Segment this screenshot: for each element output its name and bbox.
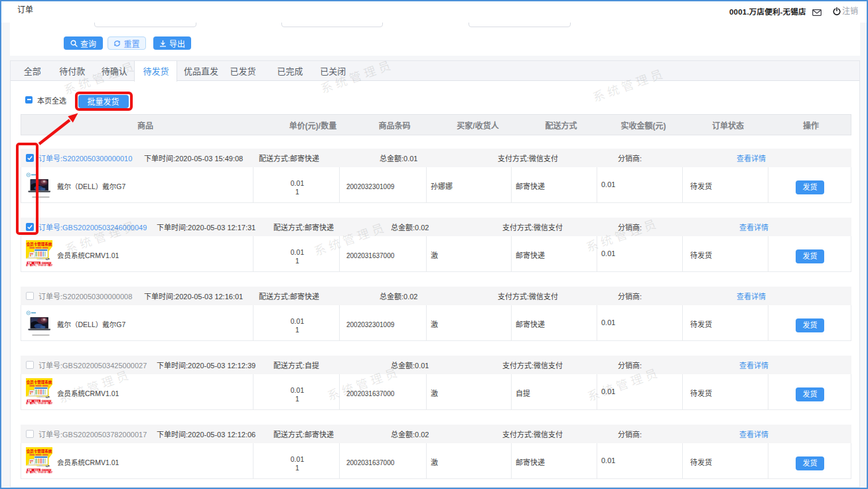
svg-text:总裁一重好礼，100米1米~2重好礼: 总裁一重好礼，100米1米~2重好礼 [26, 401, 52, 405]
svg-text:会员卡管理系统: 会员卡管理系统 [27, 449, 52, 454]
svg-text:总裁一重好礼，100米1米~2重好礼: 总裁一重好礼，100米1米~2重好礼 [26, 470, 52, 474]
svg-text:会员卡管理系统: 会员卡管理系统 [27, 242, 52, 247]
svg-text:总裁一重好礼，100米1米~2重好礼: 总裁一重好礼，100米1米~2重好礼 [26, 263, 52, 267]
svg-text:会员卡管理系统: 会员卡管理系统 [27, 380, 52, 385]
